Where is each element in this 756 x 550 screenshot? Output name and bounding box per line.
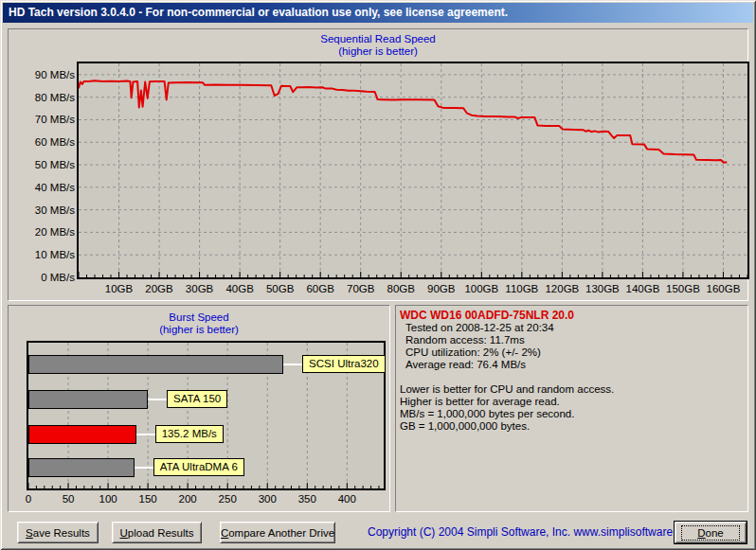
stat-tested-on: Tested on 2008-12-25 at 20:34 [400, 322, 744, 334]
note-mbs-def: MB/s = 1,000,000 bytes per second. [400, 408, 744, 420]
upload-results-label: Upload Results [120, 527, 194, 539]
bar-callout-line [135, 467, 153, 469]
burst-x-axis-label: 300 [253, 493, 281, 506]
sequential-read-line-chart [79, 63, 747, 277]
copyright-text: Copyright (C) 2004 Simpli Software, Inc.… [368, 522, 697, 543]
title-bar[interactable]: HD Tach version 3.0.4.0 - For non-commer… [3, 3, 753, 23]
burst-speed-plot: SCSI Ultra320SATA 150135.2 MB/sATA Ultra… [27, 341, 386, 490]
burst-bar-2 [28, 390, 148, 409]
burst-chart-title: Burst Speed [9, 311, 389, 324]
seq-y-axis-label: 0 MB/s [9, 272, 75, 284]
bar-callout-label: ATA UltraDMA 6 [153, 458, 244, 476]
stat-average-read: Average read: 76.4 MB/s [400, 359, 744, 371]
drive-name: WDC WD16 00ADFD-75NLR 20.0 [400, 309, 744, 322]
sequential-read-panel: Sequential Read Speed (higher is better)… [8, 28, 748, 301]
seq-y-axis-label: 80 MB/s [9, 92, 75, 104]
note-gb-def: GB = 1,000,000,000 bytes. [400, 420, 744, 433]
done-button-face: Done [675, 522, 747, 543]
done-button[interactable]: Done [674, 521, 747, 544]
bar-callout-label: 135.2 MB/s [155, 425, 224, 443]
seq-y-axis-label: 70 MB/s [9, 114, 75, 126]
hd-tach-window: HD Tach version 3.0.4.0 - For non-commer… [0, 0, 756, 550]
window-title: HD Tach version 3.0.4.0 - For non-commer… [9, 6, 508, 19]
seq-y-axis-label: 50 MB/s [9, 159, 75, 171]
compare-another-drive-button[interactable]: Compare Another Drive [220, 522, 335, 543]
burst-x-axis-label: 150 [134, 493, 162, 506]
done-label: Done [681, 525, 740, 541]
seq-y-axis-label: 40 MB/s [9, 182, 75, 194]
burst-x-axis-label: 50 [54, 493, 82, 506]
stat-random-access: Random access: 11.7ms [400, 334, 744, 346]
compare-another-drive-label: Compare Another Drive [221, 527, 334, 539]
burst-chart-subtitle: (higher is better) [9, 324, 389, 336]
seq-chart-title: Sequential Read Speed [9, 33, 747, 45]
burst-x-axis-label: 400 [333, 493, 361, 506]
bar-callout-label: SATA 150 [167, 390, 227, 408]
seq-x-axis-label: 160GB [699, 283, 747, 295]
save-results-button[interactable]: Save Results [17, 522, 99, 543]
burst-x-axis-label: 250 [213, 493, 242, 506]
seq-y-axis-label: 10 MB/s [9, 249, 75, 261]
seq-chart-subtitle: (higher is better) [9, 45, 747, 58]
burst-x-axis-label: 200 [173, 493, 202, 506]
bar-callout-label: SCSI Ultra320 [302, 355, 386, 373]
burst-bar-4 [28, 458, 135, 477]
drive-info-panel: WDC WD16 00ADFD-75NLR 20.0 Tested on 200… [395, 305, 748, 512]
burst-x-axis-label: 350 [293, 493, 321, 506]
save-results-label: Save Results [26, 527, 90, 539]
seq-y-axis-label: 30 MB/s [9, 204, 75, 217]
note-lower-better: Lower is better for CPU and random acces… [400, 383, 744, 396]
seq-y-axis-label: 60 MB/s [9, 136, 75, 149]
note-higher-better: Higher is better for average read. [400, 396, 744, 408]
burst-speed-panel: Burst Speed (higher is better) SCSI Ultr… [8, 305, 390, 512]
seq-y-axis-label: 20 MB/s [9, 226, 75, 239]
burst-bar-1 [28, 355, 283, 374]
bar-callout-line [283, 364, 302, 365]
stat-cpu-utilization: CPU utilization: 2% (+/- 2%) [400, 346, 744, 359]
burst-bar-3 [28, 425, 136, 444]
read-speed-line [79, 80, 727, 162]
bar-callout-line [148, 399, 167, 400]
bar-callout-line [136, 434, 155, 435]
seq-y-axis-label: 90 MB/s [9, 69, 75, 81]
burst-x-axis-label: 0 [14, 493, 43, 506]
upload-results-button[interactable]: Upload Results [112, 522, 202, 543]
sequential-read-plot [77, 62, 749, 279]
burst-x-axis-label: 100 [94, 493, 122, 506]
notes-block: Lower is better for CPU and random acces… [400, 383, 744, 433]
